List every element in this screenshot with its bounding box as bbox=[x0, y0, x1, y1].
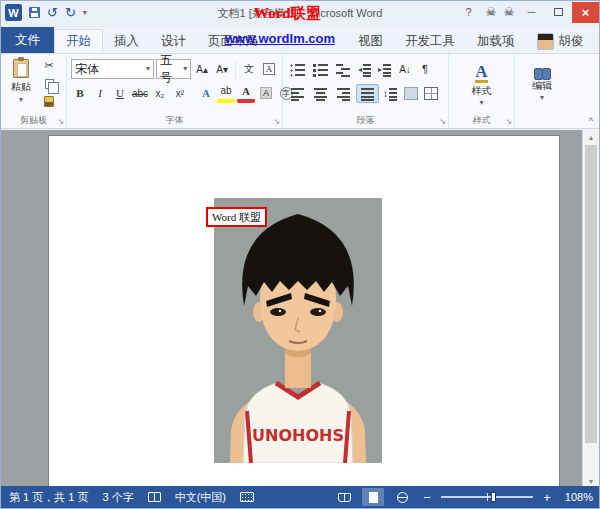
sort-button[interactable]: A↓ bbox=[396, 60, 414, 79]
increase-indent-button[interactable]: ▸ bbox=[376, 60, 394, 79]
zoom-percentage[interactable]: 108% bbox=[561, 491, 593, 503]
indent-lines-icon bbox=[362, 62, 372, 77]
scrollbar-thumb[interactable] bbox=[585, 145, 597, 443]
watermark-url-text: www.wordlm.com bbox=[225, 31, 335, 46]
help-button[interactable]: ? bbox=[455, 2, 482, 23]
font-dialog-launcher[interactable]: ↘ bbox=[273, 118, 280, 126]
shrink-font-button[interactable]: A▾ bbox=[213, 60, 231, 79]
copy-icon bbox=[45, 79, 54, 89]
format-painter-button[interactable] bbox=[41, 94, 57, 109]
bullet-list-button[interactable] bbox=[287, 60, 308, 79]
clipboard-dialog-launcher[interactable]: ↘ bbox=[57, 118, 64, 126]
decrease-indent-button[interactable]: ◂ bbox=[356, 60, 374, 79]
image-watermark-highlight-box: Word 联盟 bbox=[206, 207, 267, 227]
print-layout-button[interactable] bbox=[362, 488, 384, 506]
character-border-icon: A bbox=[263, 63, 276, 75]
zoom-slider-notch bbox=[487, 493, 488, 501]
multilevel-list-button[interactable] bbox=[333, 60, 354, 79]
close-icon: × bbox=[582, 5, 590, 20]
shrink-font-icon: A▾ bbox=[216, 64, 228, 75]
zoom-slider-thumb[interactable] bbox=[491, 492, 496, 502]
help-icon: ? bbox=[465, 6, 471, 18]
align-center-button[interactable] bbox=[310, 84, 331, 103]
styles-dialog-launcher[interactable]: ↘ bbox=[505, 118, 512, 126]
zoom-in-button[interactable]: + bbox=[540, 490, 554, 505]
clipboard-group-label: 剪贴板 bbox=[20, 115, 47, 125]
character-border-button[interactable]: A bbox=[260, 60, 278, 79]
zoom-out-button[interactable]: − bbox=[420, 490, 434, 505]
styles-group-label: 样式 bbox=[473, 115, 491, 125]
phonetic-guide-button[interactable]: 文 bbox=[240, 60, 258, 79]
cut-button[interactable]: ✂ bbox=[41, 58, 57, 73]
proofing-icon[interactable] bbox=[148, 492, 161, 502]
scroll-down-icon: ▼ bbox=[588, 478, 595, 485]
ribbon-group-font: 宋体 ▾ 五号 ▾ A▴ A▾ 文 A B I U bbox=[67, 54, 283, 128]
line-spacing-button[interactable]: ↕ bbox=[381, 84, 400, 103]
bold-button[interactable]: B bbox=[71, 84, 89, 103]
find-binoculars-icon bbox=[534, 68, 551, 78]
image-watermark-text: Word 联盟 bbox=[212, 211, 261, 223]
highlight-color-button[interactable]: ab bbox=[217, 84, 235, 103]
scroll-up-icon: ▲ bbox=[588, 134, 595, 141]
font-size-combobox[interactable]: 五号 ▾ bbox=[156, 59, 191, 79]
numbered-list-icon bbox=[312, 62, 329, 77]
web-layout-button[interactable] bbox=[391, 488, 413, 506]
restore-button[interactable] bbox=[545, 2, 572, 23]
tab-developer[interactable]: 开发工具 bbox=[394, 29, 466, 53]
status-bar: 第 1 页，共 1 页 3 个字 中文(中国) − + 108% bbox=[1, 486, 599, 508]
zoom-slider[interactable] bbox=[441, 488, 533, 506]
vertical-scrollbar[interactable]: ▲ ▼ bbox=[582, 130, 599, 488]
styles-icon: A bbox=[475, 63, 487, 84]
styles-button-label: 样式 bbox=[472, 84, 492, 98]
font-size-value: 五号 bbox=[160, 52, 183, 86]
scroll-up-button[interactable]: ▲ bbox=[583, 130, 599, 144]
character-shading-button[interactable]: A bbox=[257, 84, 275, 103]
text-effects-button[interactable]: A bbox=[197, 84, 215, 103]
paste-button[interactable]: 粘贴 ▾ bbox=[5, 57, 37, 113]
align-left-button[interactable] bbox=[287, 84, 308, 103]
document-page[interactable]: UNOHOHS bbox=[48, 135, 560, 488]
close-button[interactable]: × bbox=[572, 2, 599, 23]
collapse-ribbon-button[interactable]: ^ bbox=[589, 116, 593, 126]
skull-glyph: ☠ bbox=[504, 5, 515, 19]
underline-button[interactable]: U bbox=[111, 84, 129, 103]
copy-button[interactable] bbox=[41, 76, 57, 91]
superscript-button[interactable]: x² bbox=[171, 84, 189, 103]
read-mode-button[interactable] bbox=[333, 488, 355, 506]
format-painter-icon bbox=[44, 96, 54, 107]
font-name-combobox[interactable]: 宋体 ▾ bbox=[71, 59, 154, 79]
input-method-icon[interactable] bbox=[240, 492, 254, 502]
minimize-button[interactable]: ─ bbox=[518, 2, 545, 23]
editing-button[interactable]: 编辑 ▾ bbox=[519, 57, 565, 113]
tab-user-account[interactable]: 胡俊 bbox=[526, 29, 595, 53]
font-name-value: 宋体 bbox=[75, 61, 99, 78]
tab-design[interactable]: 设计 bbox=[150, 29, 197, 53]
tab-file[interactable]: 文件 bbox=[1, 27, 54, 53]
page-indicator[interactable]: 第 1 页，共 1 页 bbox=[9, 490, 88, 505]
character-image[interactable]: UNOHOHS bbox=[214, 198, 382, 463]
justify-button[interactable] bbox=[356, 84, 379, 103]
borders-button[interactable] bbox=[422, 84, 440, 103]
language-indicator[interactable]: 中文(中国) bbox=[175, 490, 226, 505]
minimize-icon: ─ bbox=[528, 6, 536, 18]
strikethrough-button[interactable]: abc bbox=[131, 84, 149, 103]
bullet-list-icon bbox=[289, 62, 306, 77]
font-color-button[interactable]: A bbox=[237, 84, 255, 103]
tab-insert[interactable]: 插入 bbox=[103, 29, 150, 53]
tab-view[interactable]: 视图 bbox=[347, 29, 394, 53]
tab-addins[interactable]: 加载项 bbox=[466, 29, 526, 53]
grow-font-button[interactable]: A▴ bbox=[193, 60, 211, 79]
italic-button[interactable]: I bbox=[91, 84, 109, 103]
read-mode-icon bbox=[338, 493, 351, 502]
subscript-button[interactable]: x₂ bbox=[151, 84, 169, 103]
numbered-list-button[interactable] bbox=[310, 60, 331, 79]
styles-button[interactable]: A 样式 ▾ bbox=[453, 57, 510, 113]
align-right-button[interactable] bbox=[333, 84, 354, 103]
paragraph-dialog-launcher[interactable]: ↘ bbox=[439, 118, 446, 126]
tab-home[interactable]: 开始 bbox=[54, 29, 103, 53]
word-window: W ↺ ↻ ▾ 文档1 [兼容模式] - Microsoft Word Word… bbox=[0, 0, 600, 509]
word-count[interactable]: 3 个字 bbox=[102, 490, 133, 505]
show-hide-marks-button[interactable]: ¶ bbox=[416, 60, 434, 79]
shading-button[interactable] bbox=[402, 84, 420, 103]
skull-icon: ☠ bbox=[482, 5, 500, 19]
